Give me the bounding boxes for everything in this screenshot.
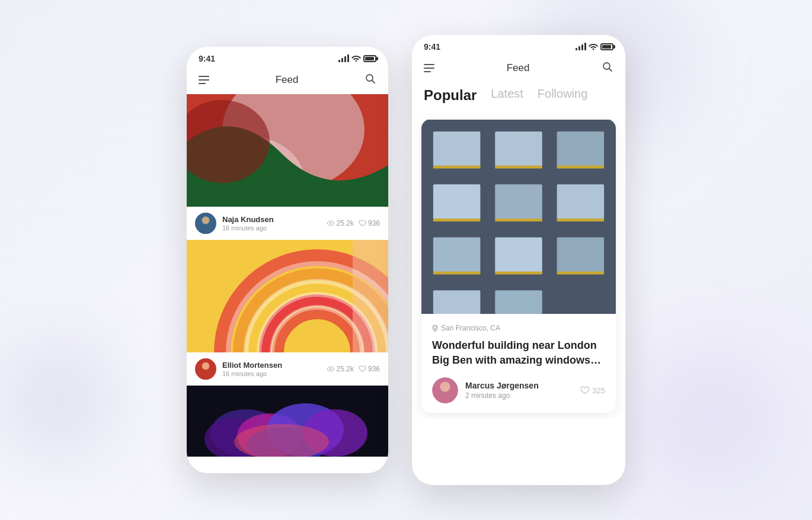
wifi-icon-left: [351, 54, 361, 63]
svg-rect-40: [495, 166, 542, 169]
feed-image-2: [187, 240, 388, 352]
author-name-right: Marcus Jørgensen: [465, 381, 573, 390]
feed-item-1[interactable]: Naja Knudsen 16 minutes ago 25.2k: [187, 94, 388, 240]
feed-meta-1: Naja Knudsen 16 minutes ago 25.2k: [187, 207, 388, 240]
svg-rect-51: [433, 271, 481, 274]
feed-stats-1: 25.2k 936: [327, 219, 380, 227]
svg-rect-55: [495, 290, 542, 314]
status-bar-left: 9:41: [187, 47, 388, 68]
feed-scroll: Naja Knudsen 16 minutes ago 25.2k: [187, 94, 388, 467]
wifi-icon-right: [589, 43, 598, 52]
phone-left: 9:41: [187, 47, 388, 473]
feed-image-1: [187, 94, 388, 207]
svg-point-9: [330, 223, 331, 224]
svg-rect-53: [557, 271, 605, 274]
author-name-2: Elliot Mortensen: [222, 361, 321, 370]
menu-icon-right[interactable]: [424, 64, 434, 72]
author-time-2: 16 minutes ago: [222, 370, 321, 377]
svg-rect-48: [433, 237, 481, 273]
views-count-1: 25.2k: [337, 219, 354, 227]
author-time-right: 2 minutes ago: [465, 391, 573, 400]
card-body: San Francisco, CA Wonderful building nea…: [421, 314, 616, 413]
views-stat-2: 25.2k: [327, 365, 354, 373]
status-bar-right: 9:41: [412, 35, 625, 56]
signal-icon-left: [338, 55, 349, 62]
svg-rect-54: [433, 290, 481, 314]
svg-rect-37: [495, 131, 542, 167]
author-info-2: Elliot Mortensen 16 minutes ago: [222, 361, 321, 377]
author-time-1: 16 minutes ago: [222, 224, 321, 232]
likes-stat-1: 936: [359, 219, 380, 227]
bg-decoration-2: [0, 342, 119, 461]
tab-bar: Popular Latest Following: [412, 82, 625, 113]
svg-rect-45: [433, 219, 481, 222]
author-name-1: Naja Knudsen: [222, 215, 321, 224]
location-tag: San Francisco, CA: [432, 324, 605, 332]
article-card[interactable]: San Francisco, CA Wonderful building nea…: [421, 119, 616, 413]
avatar-2: [195, 358, 216, 380]
tab-latest[interactable]: Latest: [491, 87, 523, 106]
tab-following[interactable]: Following: [538, 87, 587, 106]
card-container: San Francisco, CA Wonderful building nea…: [412, 113, 625, 419]
bg-decoration-3: [634, 342, 782, 490]
app-header-left: Feed: [187, 68, 388, 94]
status-time-left: 9:41: [199, 54, 215, 63]
svg-rect-47: [557, 219, 605, 222]
card-author: Marcus Jørgensen 2 minutes ago 325: [432, 377, 605, 403]
svg-rect-59: [421, 223, 616, 236]
likes-stat-2: 936: [359, 365, 380, 373]
views-count-2: 25.2k: [337, 365, 354, 373]
svg-rect-58: [421, 169, 616, 182]
phone-right: 9:41: [412, 35, 625, 485]
svg-point-64: [440, 382, 450, 391]
svg-rect-46: [495, 219, 542, 222]
search-icon-right[interactable]: [602, 61, 613, 75]
feed-meta-2: Elliot Mortensen 16 minutes ago 25.2k: [187, 352, 388, 386]
svg-point-25: [330, 368, 331, 370]
svg-rect-50: [557, 237, 605, 273]
app-title-left: Feed: [276, 74, 299, 86]
status-icons-left: [338, 54, 376, 63]
search-icon-left[interactable]: [365, 73, 376, 87]
battery-icon-right: [600, 43, 613, 50]
svg-point-34: [603, 63, 610, 69]
svg-rect-36: [433, 131, 481, 167]
feed-item-2[interactable]: Elliot Mortensen 16 minutes ago 25.2k: [187, 240, 388, 386]
svg-rect-49: [495, 237, 542, 273]
svg-rect-38: [557, 131, 605, 167]
svg-rect-41: [557, 166, 605, 169]
svg-rect-52: [495, 271, 542, 274]
feed-item-3[interactable]: [187, 386, 388, 457]
svg-rect-39: [433, 166, 481, 169]
svg-point-8: [202, 217, 209, 224]
svg-rect-60: [421, 275, 616, 288]
author-info-right: Marcus Jørgensen 2 minutes ago: [465, 381, 573, 400]
feed-image-3: [187, 386, 388, 457]
card-image: [421, 119, 616, 314]
svg-rect-44: [557, 184, 605, 220]
feed-stats-2: 25.2k 936: [327, 365, 380, 373]
signal-icon-right: [576, 43, 586, 50]
views-stat-1: 25.2k: [327, 219, 354, 227]
app-header-right: Feed: [412, 56, 625, 82]
status-time-right: 9:41: [424, 42, 440, 52]
status-icons-right: [576, 43, 613, 52]
article-title: Wonderful building near London Big Ben w…: [432, 338, 605, 368]
tab-popular[interactable]: Popular: [424, 87, 477, 106]
battery-icon-left: [363, 55, 376, 62]
svg-rect-43: [495, 184, 542, 220]
app-title-right: Feed: [507, 62, 530, 74]
svg-rect-42: [433, 184, 481, 220]
svg-point-24: [202, 362, 209, 370]
phones-container: 9:41: [187, 35, 625, 485]
likes-count-2: 936: [368, 365, 380, 373]
article-location: San Francisco, CA: [441, 324, 500, 332]
avatar-1: [195, 213, 216, 234]
article-likes: 325: [580, 386, 605, 395]
likes-count-1: 936: [368, 219, 380, 227]
menu-icon-left[interactable]: [199, 76, 209, 84]
author-info-1: Naja Knudsen 16 minutes ago: [222, 215, 321, 232]
svg-point-0: [366, 75, 373, 81]
author-avatar-right: [432, 377, 458, 403]
likes-count-right: 325: [592, 386, 605, 395]
